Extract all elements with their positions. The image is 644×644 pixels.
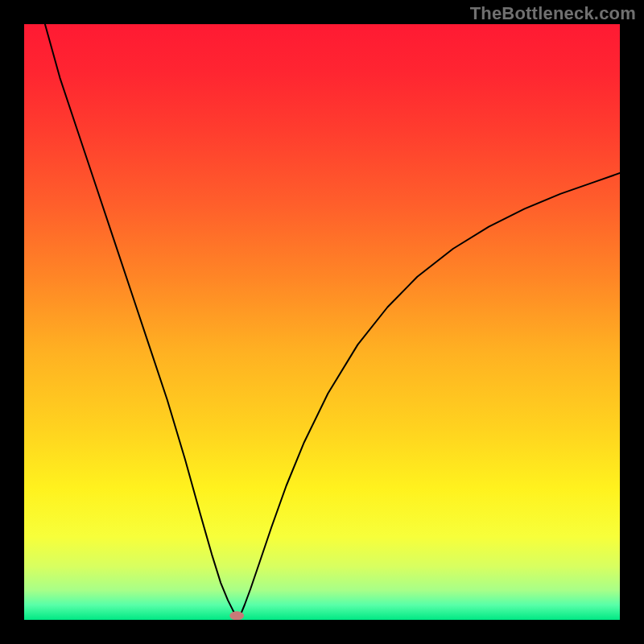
marker-group [229, 611, 244, 620]
plot-area [24, 24, 620, 620]
chart-frame: TheBottleneck.com [0, 0, 644, 644]
watermark-text: TheBottleneck.com [470, 3, 636, 24]
chart-svg [24, 24, 620, 620]
valley-marker [229, 611, 244, 620]
gradient-background [24, 24, 620, 620]
